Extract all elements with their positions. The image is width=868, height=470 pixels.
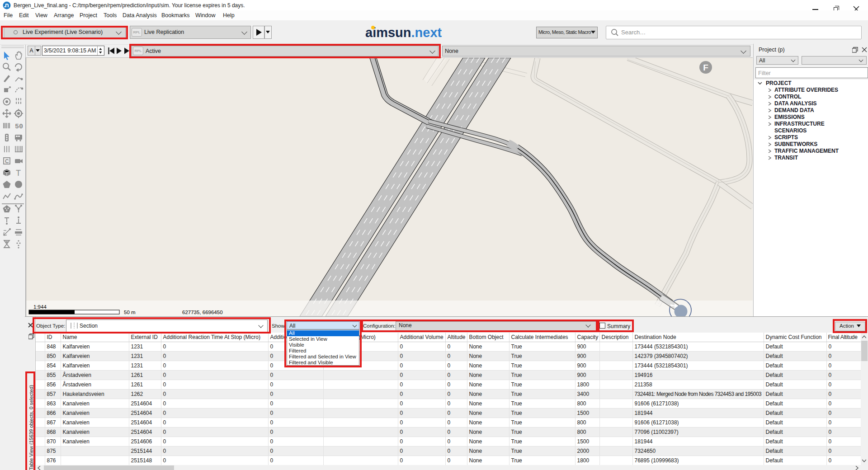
svg-text:T: T [16, 169, 21, 178]
svg-text:627735, 6696450: 627735, 6696450 [182, 310, 223, 315]
svg-text:50 m: 50 m [124, 310, 136, 315]
svg-text:F: F [703, 63, 708, 72]
svg-text:1:944: 1:944 [33, 304, 47, 310]
svg-text:50: 50 [15, 123, 23, 131]
svg-text:C: C [5, 158, 9, 164]
